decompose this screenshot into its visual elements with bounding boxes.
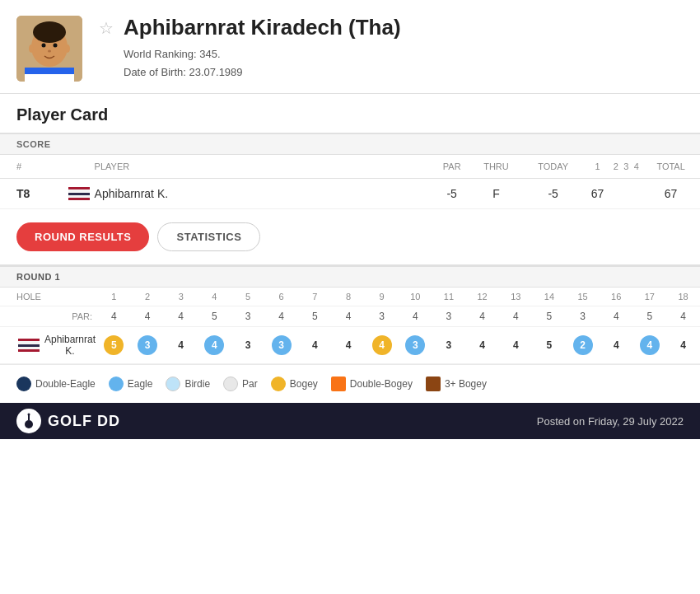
par-h14: 5 (533, 306, 567, 327)
par-h2: 4 (131, 306, 165, 327)
par-h6: 4 (264, 306, 298, 327)
world-ranking-label: World Ranking: (124, 48, 197, 60)
hole-11: 11 (432, 288, 466, 306)
score-h12: 4 (465, 327, 499, 364)
thai-flag (68, 187, 90, 200)
score-h6: 3 (264, 327, 298, 364)
player-r4 (632, 179, 642, 209)
par-h8: 4 (332, 306, 366, 327)
hole-6: 6 (264, 288, 298, 306)
player-header: ☆ Aphibarnrat Kiradech (Tha) World Ranki… (0, 0, 700, 94)
triple-bogey-label: 3+ Bogey (445, 378, 487, 390)
col-r4: 4 (632, 155, 642, 179)
hole-4: 4 (198, 288, 231, 306)
score-h1: 5 (97, 327, 131, 364)
score-h14: 5 (533, 327, 567, 364)
footer-logo: GOLF DD (16, 409, 120, 433)
legend-bogey: Bogey (271, 377, 318, 391)
score-h8: 4 (332, 327, 366, 364)
hole-10: 10 (399, 288, 432, 306)
hole-1: 1 (97, 288, 131, 306)
par-h4: 5 (198, 306, 231, 327)
par-h3: 4 (164, 306, 198, 327)
player-name-cell: Aphibarnrat K. (62, 179, 434, 209)
dob-value: 23.07.1989 (189, 66, 243, 78)
score-section: SCORE # PLAYER PAR THRU TODAY 1 2 3 4 TO… (0, 133, 700, 208)
player-r2 (611, 179, 622, 209)
player-info: Aphibarnrat Kiradech (Tha) World Ranking… (124, 15, 684, 82)
birdie-dot (166, 377, 180, 391)
player-today: -5 (522, 179, 585, 209)
double-bogey-dot (331, 377, 346, 391)
col-player: PLAYER (62, 155, 434, 179)
score-h16: 4 (600, 327, 633, 364)
par-h1: 4 (97, 306, 131, 327)
eagle-label: Eagle (128, 378, 153, 390)
player-r1: 67 (585, 179, 611, 209)
player-par: -5 (433, 179, 470, 209)
hole-14: 14 (533, 288, 567, 306)
par-h18: 4 (666, 306, 700, 327)
eagle-dot (109, 377, 124, 391)
score-h5: 3 (231, 327, 265, 364)
legend-birdie: Birdie (166, 377, 210, 391)
score-h7: 4 (298, 327, 332, 364)
round-header: ROUND 1 (0, 266, 700, 288)
score-h4: 4 (198, 327, 231, 364)
score-h13: 4 (499, 327, 533, 364)
score-row: T8 Aphibarnrat K. -5 F (0, 179, 700, 209)
favorite-button[interactable]: ☆ (99, 18, 114, 38)
par-h5: 3 (231, 306, 265, 327)
par-label-legend: Par (242, 378, 258, 390)
score-h15: 2 (566, 327, 600, 364)
col-total: TOTAL (642, 155, 700, 179)
score-section-header: SCORE (0, 133, 700, 155)
svg-point-3 (42, 43, 46, 47)
bogey-dot (271, 377, 286, 391)
player-avatar (16, 16, 82, 82)
footer-logo-text: GOLF DD (48, 413, 120, 430)
hole-2: 2 (131, 288, 165, 306)
triple-bogey-dot (426, 377, 441, 391)
double-eagle-label: Double-Eagle (35, 378, 96, 390)
score-h2: 3 (131, 327, 165, 364)
hole-18: 18 (666, 288, 700, 306)
bogey-label: Bogey (290, 378, 318, 390)
svg-point-5 (48, 49, 51, 52)
player-flag-cell: Aphibarnrat K. (0, 327, 97, 364)
footer-logo-icon (16, 409, 41, 433)
statistics-button[interactable]: STATISTICS (157, 222, 260, 251)
footer-date: Posted on Friday, 29 July 2022 (537, 415, 684, 428)
col-hash: # (0, 155, 62, 179)
hole-15: 15 (566, 288, 600, 306)
hole-header-label: HOLE (0, 288, 97, 306)
double-eagle-dot (16, 377, 31, 391)
legend-triple-bogey: 3+ Bogey (426, 377, 487, 391)
hole-5: 5 (231, 288, 265, 306)
hole-12: 12 (465, 288, 499, 306)
col-par: PAR (433, 155, 470, 179)
hole-8: 8 (332, 288, 366, 306)
par-h12: 4 (465, 306, 499, 327)
par-row: PAR: 4 4 4 5 3 4 5 4 3 4 3 4 4 5 3 4 5 4 (0, 306, 700, 327)
col-thru: THRU (470, 155, 522, 179)
svg-point-10 (25, 420, 33, 428)
par-h16: 4 (600, 306, 633, 327)
world-ranking-value: 345. (199, 48, 220, 60)
footer: GOLF DD Posted on Friday, 29 July 2022 (0, 403, 700, 439)
player-r3 (621, 179, 632, 209)
hole-17: 17 (633, 288, 667, 306)
round-results-button[interactable]: ROUND RESULTS (16, 222, 149, 251)
hole-9: 9 (365, 288, 399, 306)
scorecard-player-name: Aphibarnrat K. (44, 334, 96, 357)
par-h15: 3 (566, 306, 600, 327)
hole-16: 16 (600, 288, 633, 306)
player-rank: T8 (0, 179, 62, 209)
hole-3: 3 (164, 288, 198, 306)
player-name: Aphibarnrat Kiradech (Tha) (124, 15, 684, 40)
par-h7: 5 (298, 306, 332, 327)
button-section: ROUND RESULTS STATISTICS (0, 208, 700, 264)
col-r2: 2 (611, 155, 622, 179)
legend-double-eagle: Double-Eagle (16, 377, 96, 391)
score-h9: 4 (365, 327, 399, 364)
